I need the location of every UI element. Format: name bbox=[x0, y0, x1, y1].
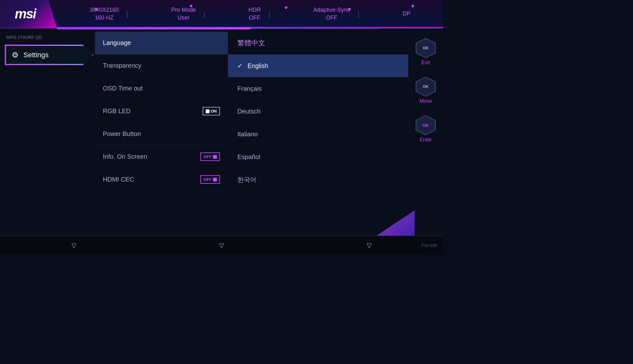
chevron-down-1[interactable]: ▽ bbox=[72, 242, 76, 249]
lang-option-french[interactable]: Français bbox=[228, 77, 408, 100]
connection-value: DP bbox=[403, 10, 411, 18]
menu-list: Language Transparency OSD Time out RGB L… bbox=[95, 32, 228, 232]
lang-option-english[interactable]: ✓ English bbox=[228, 54, 408, 77]
language-dropdown: 繁體中文 ✓ English Français Deutsch Italiano… bbox=[228, 32, 408, 232]
menu-item-info-on-screen-label: Info. On Screen bbox=[103, 153, 147, 160]
lang-option-korean[interactable]: 한국어 bbox=[228, 168, 408, 191]
adaptive-sync-stat: Adaptive-Sync OFF bbox=[313, 6, 350, 22]
menu-item-hdmi-cec-label: HDMI CEC bbox=[103, 176, 134, 183]
lang-label-german: Deutsch bbox=[237, 108, 260, 115]
bottom-bar: ▽ ▽ ▽ FW.008 bbox=[0, 236, 443, 255]
exit-control[interactable]: OK Exit bbox=[416, 38, 436, 65]
hdmi-cec-toggle-label: OFF bbox=[204, 177, 212, 182]
hdr-stat: HDR OFF bbox=[248, 6, 261, 22]
sidebar: MPG 274URF QD ⚙ Settings bbox=[0, 28, 95, 236]
chevron-down-2[interactable]: ▽ bbox=[219, 242, 224, 249]
move-hex-icon: OK bbox=[416, 77, 436, 97]
check-icon: ✓ bbox=[237, 62, 243, 70]
header-progress-fill bbox=[57, 28, 251, 29]
right-controls-panel: OK Exit OK Move OK Enter bbox=[408, 28, 443, 236]
menu-item-language[interactable]: Language bbox=[95, 32, 228, 54]
pro-mode-value: User bbox=[171, 14, 196, 22]
exit-hex-button[interactable]: OK bbox=[416, 38, 436, 58]
main-content: MPG 274URF QD ⚙ Settings Language Transp… bbox=[0, 28, 443, 236]
toggle-indicator-off bbox=[213, 155, 217, 159]
enter-label: Enter bbox=[420, 137, 432, 143]
move-hex-button[interactable]: OK bbox=[416, 77, 436, 97]
lang-option-german[interactable]: Deutsch bbox=[228, 100, 408, 123]
toggle-indicator bbox=[206, 109, 210, 113]
settings-label: Settings bbox=[23, 51, 49, 59]
lang-label-french: Français bbox=[237, 85, 262, 92]
menu-item-rgb-led[interactable]: RGB LED ON bbox=[95, 100, 228, 123]
chevron-down-3[interactable]: ▽ bbox=[367, 242, 372, 249]
lang-option-spanish[interactable]: Español bbox=[228, 145, 408, 168]
menu-item-osd-timeout[interactable]: OSD Time out bbox=[95, 77, 228, 100]
enter-hex-icon: OK bbox=[416, 115, 436, 135]
header: msi 3840X2160 160 HZ Pro Mode User HDR O… bbox=[0, 0, 443, 28]
menu-item-hdmi-cec[interactable]: HDMI CEC OFF bbox=[95, 168, 228, 191]
move-control[interactable]: OK Move bbox=[416, 77, 436, 104]
logo-area: msi bbox=[0, 0, 57, 28]
refresh-rate-value: 160 HZ bbox=[90, 14, 119, 22]
lang-label-english: English bbox=[248, 62, 268, 70]
decorative-dot-5 bbox=[411, 5, 414, 7]
menu-item-osd-timeout-label: OSD Time out bbox=[103, 85, 143, 92]
menu-item-transparency[interactable]: Transparency bbox=[95, 54, 228, 77]
menu-item-transparency-label: Transparency bbox=[103, 62, 141, 69]
lang-label-traditional-chinese: 繁體中文 bbox=[237, 38, 265, 48]
settings-button[interactable]: ⚙ Settings bbox=[5, 45, 93, 65]
center-panel: Language Transparency OSD Time out RGB L… bbox=[95, 28, 408, 236]
lang-label-italian: Italiano bbox=[237, 131, 258, 138]
connection-stat: DP bbox=[403, 10, 411, 18]
menu-item-power-button-label: Power Button bbox=[103, 130, 141, 138]
rgb-led-indicator: ON bbox=[203, 107, 220, 115]
decorative-dot-3 bbox=[285, 6, 287, 9]
enter-hex-button[interactable]: OK bbox=[416, 115, 436, 135]
exit-label: Exit bbox=[422, 60, 430, 65]
pro-mode-stat: Pro Mode User bbox=[171, 6, 196, 22]
msi-logo: msi bbox=[15, 6, 36, 22]
hdmi-cec-toggle[interactable]: OFF bbox=[200, 175, 220, 184]
lang-option-italian[interactable]: Italiano bbox=[228, 123, 408, 145]
header-progress-bar bbox=[57, 28, 380, 29]
info-on-screen-indicator: OFF bbox=[200, 152, 220, 161]
hdr-value: OFF bbox=[248, 14, 261, 22]
resolution-stat: 3840X2160 160 HZ bbox=[90, 6, 119, 22]
hdmi-cec-indicator: OFF bbox=[200, 175, 220, 184]
lang-label-spanish: Español bbox=[237, 153, 260, 161]
header-stats: 3840X2160 160 HZ Pro Mode User HDR OFF A… bbox=[57, 6, 443, 22]
hdr-label: HDR bbox=[248, 6, 261, 14]
toggle-on-label: ON bbox=[211, 109, 217, 114]
menu-item-info-on-screen[interactable]: Info. On Screen OFF bbox=[95, 145, 228, 168]
move-label: Move bbox=[419, 98, 432, 104]
adaptive-sync-value: OFF bbox=[313, 14, 350, 22]
exit-hex-icon: OK bbox=[416, 38, 436, 58]
rgb-led-toggle[interactable]: ON bbox=[203, 107, 220, 115]
adaptive-sync-label: Adaptive-Sync bbox=[313, 6, 350, 14]
menu-item-power-button[interactable]: Power Button bbox=[95, 123, 228, 145]
pro-mode-label: Pro Mode bbox=[171, 6, 196, 14]
lang-label-korean: 한국어 bbox=[237, 176, 256, 184]
resolution-value: 3840X2160 bbox=[90, 6, 119, 14]
lang-option-traditional-chinese[interactable]: 繁體中文 bbox=[228, 32, 408, 54]
toggle-off-label: OFF bbox=[204, 154, 212, 159]
firmware-version: FW.008 bbox=[422, 243, 437, 248]
menu-item-language-label: Language bbox=[103, 39, 131, 46]
menu-item-rgb-led-label: RGB LED bbox=[103, 108, 131, 115]
monitor-label: MPG 274URF QD bbox=[5, 35, 90, 40]
enter-control[interactable]: OK Enter bbox=[416, 115, 436, 143]
gear-icon: ⚙ bbox=[12, 51, 19, 59]
hdmi-cec-toggle-indicator bbox=[213, 178, 217, 182]
info-on-screen-toggle[interactable]: OFF bbox=[200, 152, 220, 161]
